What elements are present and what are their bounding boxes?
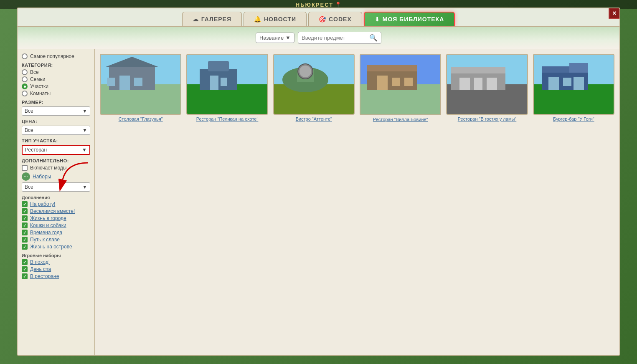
search-area: Название ▼ 🔍 <box>18 27 619 49</box>
svg-rect-21 <box>474 78 482 90</box>
svg-rect-25 <box>569 63 588 73</box>
svg-rect-17 <box>404 78 413 86</box>
pack-zhizn-gorod[interactable]: Жизнь в городе <box>22 215 90 221</box>
price-value: Все <box>25 127 33 133</box>
item-title[interactable]: Бургер-бар "У Гоги" <box>533 116 614 121</box>
pack-put-slave-checkbox <box>22 237 28 243</box>
sets-label[interactable]: Наборы <box>33 174 51 179</box>
item-thumbnail <box>100 54 181 115</box>
building-illustration-2 <box>187 55 250 92</box>
gamepack-pokhod[interactable]: В поход! <box>22 259 90 265</box>
list-item[interactable]: Ресторан "Пеликан на охоте" <box>186 54 268 122</box>
tab-news[interactable]: 🔔 НОВОСТИ <box>244 12 307 26</box>
search-button[interactable]: 🔍 <box>369 34 378 42</box>
category-rooms[interactable]: Комнаты <box>22 91 90 96</box>
item-title[interactable]: Ресторан "В гостях у ламы" <box>446 116 528 121</box>
mods-checkbox <box>22 165 28 171</box>
lot-type-dropdown[interactable]: Ресторан ▼ <box>22 145 90 155</box>
pack-narabotu[interactable]: На работу! <box>22 201 90 207</box>
category-rooms-label: Комнаты <box>30 91 51 96</box>
main-content: Столовая "Глазунья" Ресторан "Пеликан на… <box>95 49 619 355</box>
tab-codex[interactable]: 🎯 CODEX <box>308 12 362 26</box>
lot-type-chevron-icon: ▼ <box>82 147 87 153</box>
svg-rect-0 <box>109 67 155 90</box>
list-item[interactable]: Ресторан "Вилла Бовине" <box>360 54 441 122</box>
gamepack-pokhod-label: В поход! <box>30 259 50 265</box>
svg-rect-15 <box>377 76 388 90</box>
sets-chevron-icon: ▼ <box>82 184 87 190</box>
list-item[interactable]: Бургер-бар "У Гоги" <box>533 54 614 122</box>
item-thumbnail <box>360 54 441 115</box>
list-item[interactable]: Бистро "Аттенте" <box>273 54 355 122</box>
svg-rect-14 <box>367 65 417 71</box>
tab-mylibrary[interactable]: ⬇ МОЯ БИБЛИОТЕКА <box>364 12 455 26</box>
gamepack-spa-checkbox <box>22 266 28 272</box>
svg-rect-4 <box>107 78 115 86</box>
lot-type-value: Ресторан <box>25 147 47 153</box>
mylibrary-tab-icon: ⬇ <box>375 16 380 23</box>
category-lots[interactable]: Участки <box>22 83 90 89</box>
gamepack-spa-label: День спа <box>30 266 51 272</box>
svg-rect-20 <box>459 78 470 90</box>
pack-koshki-checkbox <box>22 222 28 228</box>
codex-tab-icon: 🎯 <box>319 16 326 23</box>
pack-veselimsya[interactable]: Веселимся вместе! <box>22 208 90 214</box>
pack-narabotu-checkbox <box>22 201 28 207</box>
size-dropdown[interactable]: Все ▼ <box>22 106 90 116</box>
search-input[interactable] <box>302 35 369 41</box>
item-thumbnail <box>273 54 355 115</box>
list-item[interactable]: Ресторан "В гостях у ламы" <box>446 54 528 122</box>
content-area: Самое популярное КАТЕГОРИЯ: Все Семьи Уч… <box>18 49 619 355</box>
svg-rect-22 <box>487 78 497 90</box>
item-thumbnail <box>533 54 614 115</box>
sets-value: Все <box>25 184 33 190</box>
gamepack-spa[interactable]: День спа <box>22 266 90 272</box>
mods-filter[interactable]: Включает моды <box>22 165 90 171</box>
sets-dropdown[interactable]: Все ▼ <box>22 182 90 192</box>
pack-put-slave[interactable]: Путь к славе <box>22 237 90 243</box>
sidebar: Самое популярное КАТЕГОРИЯ: Все Семьи Уч… <box>18 49 95 355</box>
building-illustration-5 <box>447 55 510 92</box>
mylibrary-tab-label: МОЯ БИБЛИОТЕКА <box>383 16 444 23</box>
building-illustration-6 <box>534 55 596 92</box>
gallery-tab-icon: ☁ <box>193 16 199 23</box>
additional-label: ДОПОЛНИТЕЛЬНО: <box>22 158 90 163</box>
category-all[interactable]: Все <box>22 69 90 75</box>
popular-label: Самое популярное <box>30 53 74 59</box>
close-button[interactable]: × <box>609 8 620 19</box>
pack-ostrov[interactable]: Жизнь на острове <box>22 244 90 250</box>
pack-vremena[interactable]: Времена года <box>22 230 90 235</box>
gamepack-restoran-label: В ресторане <box>30 273 59 279</box>
building-illustration-3 <box>274 55 337 92</box>
search-filter-dropdown[interactable]: Название ▼ <box>256 33 294 43</box>
item-title[interactable]: Ресторан "Пеликан на охоте" <box>186 116 268 121</box>
pack-zhizn-gorod-checkbox <box>22 215 28 221</box>
gallery-dialog: × ☁ ГАЛЕРЕЯ 🔔 НОВОСТИ 🎯 CODEX ⬇ МОЯ БИБЛ… <box>17 8 620 356</box>
sets-icon: ··· <box>22 172 30 181</box>
codex-tab-label: CODEX <box>329 16 352 23</box>
gamepack-restoran[interactable]: В ресторане <box>22 273 90 279</box>
category-families[interactable]: Семьи <box>22 76 90 82</box>
category-label: КАТЕГОРИЯ: <box>22 63 90 68</box>
pack-koshki[interactable]: Кошки и собаки <box>22 222 90 228</box>
item-title[interactable]: Столовая "Глазунья" <box>100 116 181 121</box>
category-all-label: Все <box>30 69 39 75</box>
tab-bar: ☁ ГАЛЕРЕЯ 🔔 НОВОСТИ 🎯 CODEX ⬇ МОЯ БИБЛИО… <box>18 8 619 27</box>
building-illustration-1 <box>101 55 163 92</box>
item-title[interactable]: Бистро "Аттенте" <box>273 116 355 121</box>
item-title[interactable]: Ресторан "Вилла Бовине" <box>360 117 441 122</box>
gamepack-restoran-checkbox <box>22 273 28 279</box>
game-packs-title: Игровые наборы <box>22 253 90 258</box>
tab-gallery[interactable]: ☁ ГАЛЕРЕЯ <box>182 12 242 26</box>
svg-rect-8 <box>221 78 227 86</box>
dlc-section-title: Дополнения <box>22 195 90 200</box>
list-item[interactable]: Столовая "Глазунья" <box>100 54 181 122</box>
price-dropdown[interactable]: Все ▼ <box>22 126 90 135</box>
news-tab-icon: 🔔 <box>254 16 261 23</box>
svg-rect-26 <box>548 77 559 90</box>
popular-filter[interactable]: Самое популярное <box>22 53 90 59</box>
price-chevron-icon: ▼ <box>82 127 87 133</box>
building-illustration-4 <box>360 55 423 92</box>
pack-veselimsya-label: Веселимся вместе! <box>30 208 75 214</box>
pack-ostrov-label: Жизнь на острове <box>30 244 72 250</box>
